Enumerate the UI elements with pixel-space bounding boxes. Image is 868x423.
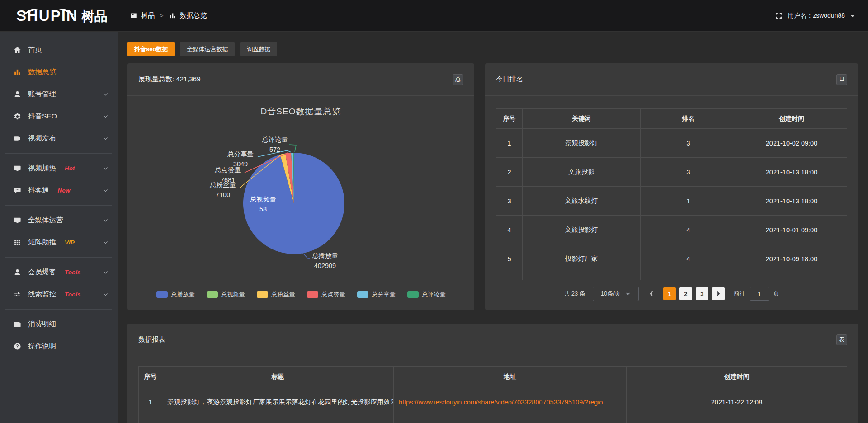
cell: 投影灯厂家	[523, 244, 641, 273]
pie-label-value: 572	[269, 146, 280, 153]
pagination-total: 共 23 条	[564, 290, 585, 298]
home-icon	[14, 46, 21, 54]
logo-text-cn: 树品	[81, 10, 108, 23]
column-header: 标题	[162, 367, 394, 387]
sidebar-item-account-management[interactable]: 账号管理	[0, 83, 118, 105]
sidebar-item-tag: VIP	[65, 239, 75, 246]
sidebar-divider	[5, 153, 112, 154]
legend-label: 总评论量	[422, 291, 446, 299]
wallet-icon	[14, 320, 21, 328]
cell: 1	[641, 187, 736, 216]
cell: 2021-10-13 18:00	[736, 158, 847, 187]
cell	[523, 273, 641, 280]
tab-douyin-seo-data[interactable]: 抖音seo数据	[127, 42, 175, 56]
logo-arc	[22, 9, 75, 15]
cell: 3	[641, 158, 736, 187]
legend-swatch	[207, 291, 218, 298]
sidebar-item-clue-monitor[interactable]: 线索监控Tools	[0, 283, 118, 306]
grid-icon	[14, 239, 21, 246]
legend-item[interactable]: 总分享量	[357, 291, 396, 299]
goto-unit-label: 页	[774, 290, 779, 298]
sidebar-item-label: 抖客通	[28, 186, 49, 195]
ranking-card-title: 今日排名	[496, 75, 523, 84]
legend-swatch	[407, 291, 419, 298]
column-header: 序号	[139, 367, 162, 387]
prev-page-button[interactable]	[648, 290, 655, 297]
table-badge-button[interactable]: 表	[836, 334, 847, 345]
goto-page-input[interactable]	[750, 287, 769, 301]
legend-item[interactable]: 总点赞量	[307, 291, 345, 299]
report-link[interactable]: https://www.iesdouyin.com/share/video/70…	[399, 399, 609, 406]
pie-label-value: 7681	[221, 176, 235, 183]
username-label[interactable]: 用户名：zswodun88	[788, 12, 845, 20]
chevron-right-icon	[715, 291, 722, 297]
legend-swatch	[257, 291, 268, 298]
sidebar-divider	[5, 309, 112, 310]
cell	[736, 273, 847, 280]
sidebar-item-label: 首页	[28, 45, 42, 55]
tab-media-operation-data[interactable]: 全媒体运营数据	[180, 42, 235, 56]
main-content: 抖音seo数据全媒体运营数据询盘数据 展现量总数: 421,369 总 D音SE…	[118, 32, 868, 423]
page-buttons: 123	[661, 287, 710, 300]
legend-label: 总播放量	[171, 291, 195, 299]
sidebar-item-operation-guide[interactable]: 操作说明	[0, 335, 118, 357]
impressions-total-label: 展现量总数: 421,369	[138, 75, 201, 84]
legend-swatch	[307, 291, 318, 298]
table-row: 4文旅投影灯42021-10-01 09:00	[496, 216, 847, 244]
page-button-3[interactable]: 3	[696, 287, 708, 300]
next-page-button[interactable]	[712, 287, 725, 300]
chevron-down-icon[interactable]	[850, 13, 855, 19]
overview-card: 展现量总数: 421,369 总 D音SEO数据量总览 总播放量402909总视…	[127, 63, 474, 310]
cell: 文旅投影	[523, 158, 641, 187]
cell	[641, 273, 736, 280]
page-button-1[interactable]: 1	[663, 287, 676, 300]
breadcrumb-current: 数据总览	[180, 11, 207, 20]
legend-item[interactable]: 总视频量	[207, 291, 245, 299]
cell	[627, 417, 847, 423]
cell: 3	[496, 187, 523, 216]
sidebar-item-member-baoke[interactable]: 会员爆客Tools	[0, 261, 118, 283]
sidebar-item-label: 全媒体运营	[28, 216, 63, 225]
pie-chart-canvas: 总播放量402909总视频量58总粉丝量7100总点赞量7681总分享量3049…	[127, 96, 474, 310]
cell	[139, 417, 162, 423]
ranking-card: 今日排名 日 序号关键词排名创建时间1景观投影灯32021-10-02 09:0…	[485, 63, 858, 310]
legend-item[interactable]: 总评论量	[407, 291, 446, 299]
report-table: 序号标题地址创建时间1景观投影灯，夜游景观投影灯厂家展示展示落花灯在花园里的灯光…	[138, 366, 847, 423]
table-row: 2文旅投影32021-10-13 18:00	[496, 158, 847, 187]
sidebar-item-data-overview[interactable]: 数据总览	[0, 61, 118, 83]
total-badge-button[interactable]: 总	[453, 74, 463, 85]
table-header-row: 序号关键词排名创建时间	[496, 109, 847, 129]
fullscreen-icon[interactable]	[775, 12, 783, 19]
page-button-2[interactable]: 2	[679, 287, 692, 300]
sidebar: 首页数据总览账号管理抖音SEO视频发布视频加热Hot抖客通New全媒体运营矩阵助…	[0, 32, 118, 423]
sidebar-item-matrix-boost[interactable]: 矩阵助推VIP	[0, 231, 118, 254]
pie-label-leader	[302, 252, 310, 258]
column-header: 地址	[394, 367, 627, 387]
sidebar-item-media-operation[interactable]: 全媒体运营	[0, 209, 118, 231]
sidebar-item-label: 视频加热	[28, 164, 56, 173]
sidebar-item-consumption-detail[interactable]: 消费明细	[0, 313, 118, 335]
chevron-down-icon	[103, 188, 108, 193]
user-icon	[14, 268, 21, 276]
sidebar-item-tag: Tools	[65, 269, 81, 276]
legend-item[interactable]: 总播放量	[156, 291, 195, 299]
sidebar-item-douyin-seo[interactable]: 抖音SEO	[0, 105, 118, 127]
day-badge-button[interactable]: 日	[836, 74, 847, 85]
legend-item[interactable]: 总粉丝量	[257, 291, 295, 299]
table-row: 1景观投影灯，夜游景观投影灯厂家展示展示落花灯在花园里的灯光投影应用效果 #ht…	[139, 387, 847, 417]
sidebar-item-video-publish[interactable]: 视频发布	[0, 127, 118, 150]
column-header: 序号	[496, 109, 523, 129]
table-row: 3文旅水纹灯12021-10-13 18:00	[496, 187, 847, 216]
tab-inquiry-data[interactable]: 询盘数据	[240, 42, 277, 56]
sidebar-item-label: 会员爆客	[28, 268, 56, 277]
report-card-header: 数据报表 表	[127, 324, 858, 356]
sidebar-item-video-heating[interactable]: 视频加热Hot	[0, 157, 118, 179]
legend-label: 总分享量	[372, 291, 396, 299]
page-size-value: 10条/页	[601, 290, 621, 298]
page-size-select[interactable]: 10条/页	[593, 287, 639, 301]
pie-chart: D音SEO数据量总览 总播放量402909总视频量58总粉丝量7100总点赞量7…	[127, 96, 474, 310]
sidebar-item-douketong[interactable]: 抖客通New	[0, 179, 118, 202]
breadcrumb-root[interactable]: 树品	[141, 11, 155, 20]
pie-label-name: 总分享量	[227, 150, 254, 158]
sidebar-item-home[interactable]: 首页	[0, 39, 118, 61]
